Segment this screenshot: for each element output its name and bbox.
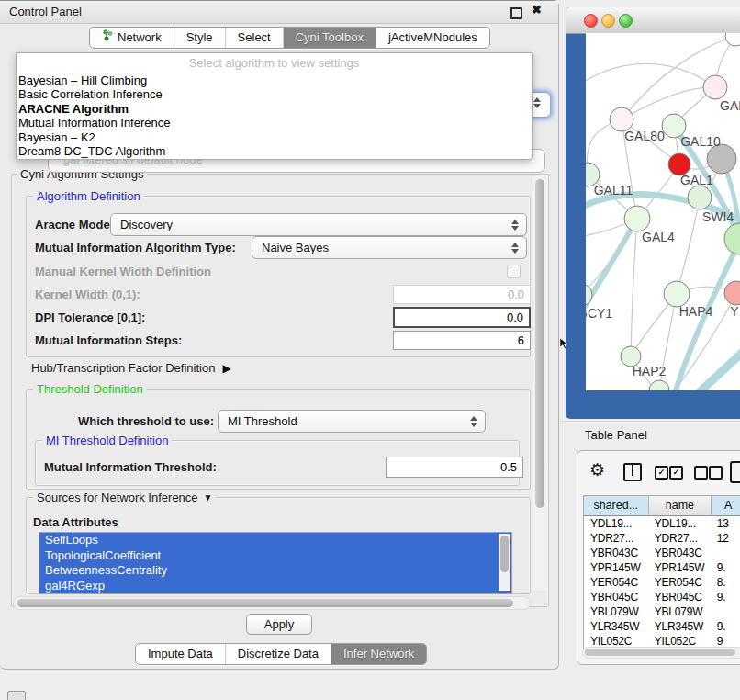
column-header-name[interactable]: name (649, 496, 712, 515)
data-attributes-list[interactable]: SelfLoopsTopologicalCoefficientBetweenne… (39, 532, 512, 594)
algorithm-option-bayesian-k2[interactable]: Bayesian – K2 (17, 130, 532, 144)
table-row[interactable]: YPR145WYPR145W9. (584, 560, 740, 575)
table-row[interactable]: YER054CYER054C8. (584, 575, 740, 590)
algorithm-option-dream8-dc-tdc-algorithm[interactable]: Dream8 DC_TDC Algorithm (17, 144, 532, 158)
table-cell: YLR345W (648, 619, 711, 634)
close-traffic-light[interactable] (584, 14, 598, 28)
data-attributes-label: Data Attributes (33, 515, 118, 529)
node-label-gal: GAL (720, 98, 740, 113)
data-attribute-option-topologicalcoefficient[interactable]: TopologicalCoefficient (39, 548, 511, 564)
network-window-titlebar[interactable] (566, 7, 740, 34)
close-icon[interactable]: ✖ (532, 3, 542, 17)
network-view-window[interactable]: GALGAL80GAL10GAL1GAL11SWI4GAL4GCY1HAP4YH… (566, 7, 740, 419)
mouse-cursor (559, 337, 568, 350)
settings-vertical-thumb[interactable] (535, 179, 544, 508)
table-horizontal-scrollbar[interactable] (582, 647, 740, 659)
tab-jactivemnodules[interactable]: jActiveMNodules (376, 28, 489, 48)
sources-toggle[interactable]: Sources for Network Inference ▼ (33, 491, 216, 504)
select-all-checkbox-icon[interactable]: ✓ (655, 466, 668, 480)
node-label-gcy1: GCY1 (586, 306, 612, 321)
mi-threshold-label: Mutual Information Threshold: (44, 460, 217, 474)
column-header-a[interactable]: A (712, 496, 740, 515)
table-row[interactable]: YBL079WYBL079W (584, 604, 740, 619)
aracne-mode-combo[interactable]: Discovery (110, 213, 527, 236)
network-node[interactable] (703, 75, 727, 99)
minimized-panel-icon[interactable] (7, 691, 26, 700)
kernel-width-field[interactable]: 0.0 (393, 285, 531, 304)
network-icon (102, 28, 113, 48)
table-cell: YER054C (584, 575, 648, 590)
settings-vertical-scrollbar[interactable] (533, 175, 547, 591)
panel-title: Control Panel (9, 5, 82, 18)
algorithm-option-mutual-information-inference[interactable]: Mutual Information Inference (17, 116, 532, 130)
network-node[interactable] (664, 281, 690, 307)
mi-algorithm-type-combo[interactable]: Naive Bayes (252, 236, 527, 259)
network-canvas[interactable]: GALGAL80GAL10GAL1GAL11SWI4GAL4GCY1HAP4YH… (586, 33, 740, 390)
tab-impute-data[interactable]: Impute Data (136, 644, 225, 664)
settings-horizontal-thumb[interactable] (17, 599, 513, 607)
table-body: YDL19...YDL19...13YDR27...YDR27...12YBR0… (583, 516, 740, 649)
dpi-tolerance-field[interactable]: 0.0 (393, 307, 531, 328)
column-header-shared[interactable]: shared... (584, 496, 649, 515)
network-node[interactable] (624, 206, 650, 231)
algorithm-option-aracne-algorithm[interactable]: ARACNE Algorithm (17, 102, 532, 116)
network-node[interactable] (724, 281, 740, 305)
deselect-checkbox-icon[interactable] (694, 466, 708, 480)
settings-horizontal-scrollbar[interactable] (13, 596, 531, 610)
algorithm-option-bayesian-hill-climbing[interactable]: Bayesian – Hill Climbing (17, 73, 532, 87)
which-threshold-combo[interactable]: MI Threshold (218, 410, 486, 433)
table-header-row: shared...nameA (583, 495, 740, 516)
table-row[interactable]: YDL19...YDL19...13 (584, 516, 740, 531)
table-cell: YLR345W (584, 619, 648, 634)
tab-discretize-data[interactable]: Discretize Data (225, 644, 331, 664)
apply-button[interactable]: Apply (246, 614, 312, 635)
tab-infer-network[interactable]: Infer Network (331, 644, 426, 664)
minimize-traffic-light[interactable] (601, 14, 615, 28)
zoom-traffic-light[interactable] (619, 14, 633, 28)
select-all-checkbox-icon[interactable]: ✓ (669, 466, 683, 480)
network-node[interactable] (688, 186, 712, 209)
threshold-definition-title: Threshold Definition (33, 382, 147, 396)
node-label-swi4: SWI4 (702, 209, 734, 224)
node-label-y: Y (730, 304, 739, 319)
network-node[interactable] (649, 380, 669, 390)
data-attribute-option-gal4rgexp[interactable]: gal4RGexp (39, 579, 511, 594)
mi-threshold-field[interactable]: 0.5 (386, 457, 523, 478)
hub-tf-definition-label: Hub/Transcription Factor Definition (31, 361, 215, 375)
node-label-gal4: GAL4 (642, 230, 675, 244)
tab-style[interactable]: Style (174, 28, 225, 48)
table-row[interactable]: YLR345WYLR345W9. (584, 619, 740, 634)
tab-cyni-toolbox[interactable]: Cyni Toolbox (283, 28, 376, 48)
table-cell: YBR043C (648, 546, 711, 560)
table-row[interactable]: YBR043CYBR043C (584, 546, 740, 560)
list-scrollbar-thumb[interactable] (500, 536, 509, 572)
data-attribute-option-betweennesscentrality[interactable]: BetweennessCentrality (39, 563, 511, 579)
table-cell: YDL19... (648, 516, 711, 531)
kernel-width-label: Kernel Width (0,1): (35, 288, 140, 301)
network-edge (677, 198, 700, 294)
algorithm-option-basic-correlation-inference[interactable]: Basic Correlation Inference (17, 87, 532, 101)
network-node[interactable] (724, 223, 740, 254)
manual-kernel-checkbox[interactable] (507, 265, 521, 278)
tab-select[interactable]: Select (225, 28, 283, 48)
node-label-gal80: GAL80 (624, 129, 665, 143)
network-node[interactable] (586, 284, 592, 306)
hub-tf-definition-toggle[interactable]: Hub/Transcription Factor Definition ▶ (31, 361, 231, 375)
new-table-icon[interactable] (730, 461, 740, 483)
kernel-width-value: 0.0 (508, 288, 524, 301)
data-attribute-option-selfloops[interactable]: SelfLoops (39, 533, 511, 548)
columns-icon[interactable] (623, 463, 642, 481)
table-row[interactable]: YBR045CYBR045C9. (584, 590, 740, 604)
mi-steps-field[interactable]: 6 (393, 331, 531, 350)
float-window-icon[interactable] (510, 7, 522, 19)
tab-network[interactable]: Network (90, 28, 174, 48)
gear-icon[interactable]: ⚙ (589, 459, 605, 480)
table-horizontal-thumb[interactable] (585, 649, 735, 656)
deselect-checkbox-icon[interactable] (709, 466, 723, 480)
table-row[interactable]: YDR27...YDR27...12 (584, 531, 740, 546)
network-node[interactable] (725, 33, 740, 46)
list-scrollbar[interactable] (499, 534, 510, 591)
table-cell: 9. (711, 560, 740, 575)
table-panel-title: Table Panel (585, 428, 647, 442)
mi-threshold-definition-title: MI Threshold Definition (42, 434, 172, 447)
